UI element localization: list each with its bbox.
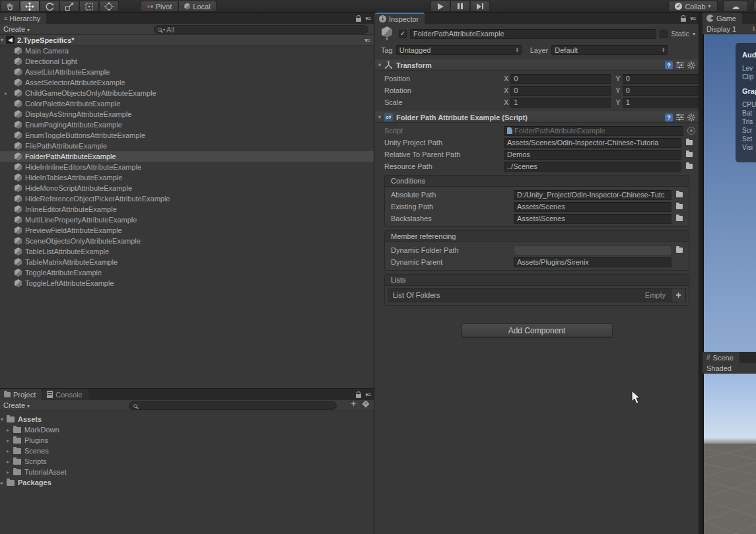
relative-to-parent-path-field[interactable]: Demos [504, 150, 681, 160]
hierarchy-item[interactable]: PreviewFieldAttributeExample [0, 225, 374, 236]
help-icon[interactable]: ? [665, 61, 673, 69]
hierarchy-item[interactable]: FilePathAttributeExample [0, 141, 374, 151]
tab-console[interactable]: Console [43, 389, 88, 400]
gameobject-name-input[interactable] [410, 29, 656, 39]
hierarchy-item[interactable]: HideInTablesAttributeExample [0, 172, 374, 183]
tree-item-packages[interactable]: ▸Packages [0, 477, 374, 488]
game-view[interactable]: Audi Lev Clip Grap CPU Bat Tris Scr Set … [703, 34, 756, 352]
hierarchy-item-selected[interactable]: FolderPathAttributeExample [0, 151, 374, 162]
scene-view[interactable] [703, 374, 756, 534]
hierarchy-item[interactable]: AssetListAttributeExample [0, 67, 374, 77]
object-picker-icon[interactable] [687, 127, 695, 135]
local-toggle-button[interactable]: Local [178, 1, 217, 12]
project-search-input[interactable] [129, 401, 337, 410]
expander-icon[interactable]: ▸ [7, 469, 9, 475]
script-component-header[interactable]: ▾ c# Folder Path Attribute Example (Scri… [375, 112, 699, 123]
play-button[interactable] [430, 1, 450, 12]
folder-browse-button[interactable] [673, 248, 685, 253]
backslashes-field[interactable]: Assets\Scenes [514, 214, 671, 224]
search-by-label-icon[interactable] [362, 400, 369, 407]
collab-button[interactable]: ✓ Collab ▾ [668, 1, 718, 12]
tree-item[interactable]: ▸TutorialAsset [0, 467, 374, 477]
folder-browse-button[interactable] [673, 216, 685, 221]
tree-item[interactable]: ▸Plugins [0, 435, 374, 446]
panel-menu-icon[interactable]: ▾≡ [365, 15, 370, 22]
dynamic-folder-path-field[interactable] [514, 246, 671, 255]
absolute-path-field[interactable]: D:/Unity_Project/Odin-Inspector-Chinese-… [514, 190, 671, 200]
hierarchy-item[interactable]: HideInInlineEditorsAttributeExample [0, 162, 374, 172]
expander-icon[interactable]: ▸ [7, 459, 9, 465]
dynamic-parent-field[interactable]: Assets/Plugins/Sirenix [514, 257, 671, 267]
scene-header[interactable]: ▾ ◀ 2.TypeSpecifics* ▾≡ [0, 35, 374, 46]
unity-project-path-field[interactable]: Assets/Scenes/Odin-Inspector-Chinese-Tut… [504, 138, 681, 148]
hierarchy-item[interactable]: Directional Light [0, 56, 374, 67]
folder-browse-button[interactable] [673, 192, 685, 197]
hand-tool-button[interactable] [0, 1, 20, 12]
hierarchy-item[interactable]: DisplayAsStringAttributeExample [0, 109, 374, 119]
scale-x-input[interactable] [510, 98, 611, 108]
lock-icon[interactable] [356, 394, 361, 398]
step-button[interactable] [470, 1, 490, 12]
rect-tool-button[interactable] [79, 1, 99, 12]
hierarchy-item[interactable]: Main Camera [0, 46, 374, 56]
create-button[interactable]: Create ▾ [3, 401, 30, 409]
move-tool-button[interactable] [20, 1, 40, 12]
gameobject-icon-picker[interactable]: ▾ [378, 26, 395, 41]
presets-icon[interactable] [676, 61, 684, 69]
panel-menu-icon[interactable]: ▾≡ [365, 391, 370, 398]
static-dropdown-icon[interactable]: ▾ [693, 31, 695, 37]
tab-scene[interactable]: # Scene [703, 352, 739, 363]
list-of-folders-row[interactable]: List Of Folders Empty + [388, 288, 686, 302]
pivot-toggle-button[interactable]: Pivot [141, 1, 178, 12]
lock-icon[interactable] [356, 18, 361, 22]
folder-browse-button[interactable] [683, 152, 695, 157]
hierarchy-item[interactable]: ToggleAttributeExample [0, 267, 374, 278]
create-button[interactable]: Create ▾ [3, 25, 30, 33]
tab-hierarchy[interactable]: ≡ Hierarchy [0, 13, 46, 24]
tree-item[interactable]: ▸Scripts [0, 456, 374, 467]
static-checkbox[interactable]: ✓ [660, 30, 668, 38]
hierarchy-item[interactable]: TableListAttributeExample [0, 246, 374, 257]
active-checkbox[interactable]: ✓ [399, 30, 407, 38]
tab-inspector[interactable]: i Inspector [375, 13, 425, 24]
hierarchy-item[interactable]: AssetSelectorAttributeExample [0, 77, 374, 88]
rotation-x-input[interactable] [510, 86, 611, 96]
folder-browse-button[interactable] [683, 140, 695, 145]
folder-browse-button[interactable] [673, 204, 685, 209]
resource-path-field[interactable]: ../Scenes [504, 162, 681, 172]
existing-path-field[interactable]: Assets/Scenes [514, 202, 671, 212]
position-x-input[interactable] [510, 74, 611, 84]
tag-dropdown[interactable]: Untagged ▲▼ [396, 45, 522, 55]
panel-menu-icon[interactable]: ▾≡ [690, 15, 695, 22]
transform-header[interactable]: ▾ Transform ? [375, 59, 699, 71]
transform-tool-button[interactable] [99, 1, 119, 12]
hierarchy-item[interactable]: SceneObjectsOnlyAttributeExample [0, 236, 374, 246]
add-list-item-button[interactable]: + [671, 288, 685, 302]
help-icon[interactable]: ? [665, 114, 673, 121]
hierarchy-item[interactable]: ToggleLeftAttributeExample [0, 278, 374, 288]
expander-icon[interactable]: ▾ [1, 417, 3, 422]
hierarchy-item[interactable]: EnumToggleButtonsAttributeExample [0, 130, 374, 141]
layer-dropdown[interactable]: Default ▲▼ [551, 45, 668, 55]
hierarchy-item[interactable]: InlineEditorAttributeExample [0, 204, 374, 215]
presets-icon[interactable] [676, 114, 684, 121]
display-dropdown[interactable]: Display 1 [706, 25, 736, 33]
foldout-icon[interactable]: ▾ [378, 62, 381, 68]
expander-icon[interactable]: ▸ [7, 427, 9, 433]
tab-project[interactable]: Project [0, 389, 42, 400]
tree-item[interactable]: ▸Scenes [0, 446, 374, 456]
account-button[interactable] [753, 1, 756, 12]
hierarchy-item[interactable]: ColorPaletteAttributeExample [0, 98, 374, 109]
scale-tool-button[interactable] [59, 1, 79, 12]
rotate-tool-button[interactable] [40, 1, 59, 12]
hierarchy-item[interactable]: MultiLinePropertyAttributeExample [0, 215, 374, 225]
hierarchy-item[interactable]: EnumPagingAttributeExample [0, 119, 374, 130]
gear-icon[interactable] [687, 61, 695, 69]
add-component-button[interactable]: Add Component [462, 323, 613, 337]
scene-foldout-icon[interactable]: ▾ [1, 37, 3, 43]
cloud-services-button[interactable]: ☁ [723, 1, 748, 12]
expander-icon[interactable]: ▸ [7, 448, 9, 454]
hierarchy-item[interactable]: ▸ChildGameObjectsOnlyAttributeExample [0, 88, 374, 98]
scene-menu-icon[interactable]: ▾≡ [364, 37, 370, 44]
expander-icon[interactable]: ▸ [7, 438, 9, 444]
